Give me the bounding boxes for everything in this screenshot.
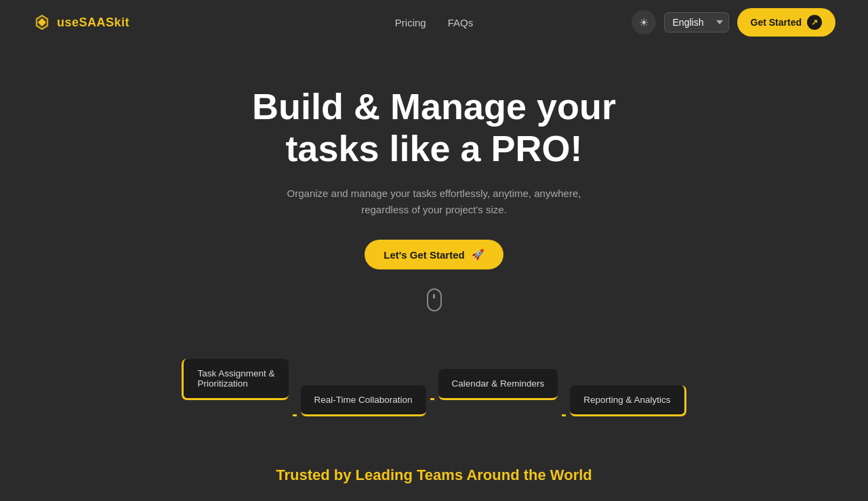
trusted-title: Trusted by Leading Teams Around the Worl… [27,466,841,484]
feature-card-task-label: Task Assignment &Prioritization [197,368,274,389]
theme-toggle-button[interactable]: ☀ [632,10,656,35]
hero-title: Build & Manage your tasks like a PRO! [252,85,616,169]
feature-cards-row: Task Assignment &Prioritization Real-Tim… [182,359,686,419]
logo-icon [33,13,51,32]
hero-cta-button[interactable]: Let's Get Started 🚀 [365,240,503,269]
connector-1-2 [293,414,297,416]
hero-subtitle: Organize and manage your tasks effortles… [272,186,597,218]
feature-card-realtime: Real-Time Collaboration [301,385,426,416]
feature-card-realtime-label: Real-Time Collaboration [314,395,413,405]
nav-right: ☀ English Español Français Deutsch Get S… [632,8,835,37]
connector-2-3 [430,398,434,400]
feature-card-reporting: Reporting & Analytics [570,385,686,416]
cta-label: Let's Get Started [384,249,464,261]
language-selector-wrapper: English Español Français Deutsch [664,12,729,32]
logo-text: useSAASkit [57,16,129,30]
get-started-nav-button[interactable]: Get Started ↗ [737,8,835,37]
faqs-link[interactable]: FAQs [448,17,474,28]
scroll-indicator [427,288,442,311]
feature-cards-section: Task Assignment &Prioritization Real-Tim… [0,352,868,439]
navbar: useSAASkit Pricing FAQs ☀ English Españo… [0,0,868,45]
feature-card-calendar-label: Calendar & Reminders [452,378,545,389]
hero-section: Build & Manage your tasks like a PRO! Or… [0,45,868,352]
trusted-section: Trusted by Leading Teams Around the Worl… [0,439,868,498]
sun-icon: ☀ [639,16,648,29]
scroll-wheel [433,294,435,299]
feature-card-reporting-label: Reporting & Analytics [583,395,670,405]
pricing-link[interactable]: Pricing [395,17,426,28]
scroll-mouse-icon [427,288,442,311]
feature-card-calendar: Calendar & Reminders [438,369,558,400]
language-select[interactable]: English Español Français Deutsch [664,12,729,32]
feature-card-task: Task Assignment &Prioritization [182,359,288,400]
rocket-icon: 🚀 [472,248,484,261]
nav-links: Pricing FAQs [395,17,473,28]
arrow-circle-icon: ↗ [807,15,822,30]
logo[interactable]: useSAASkit [33,13,129,32]
get-started-nav-label: Get Started [751,17,802,28]
connector-3-4 [562,414,566,416]
